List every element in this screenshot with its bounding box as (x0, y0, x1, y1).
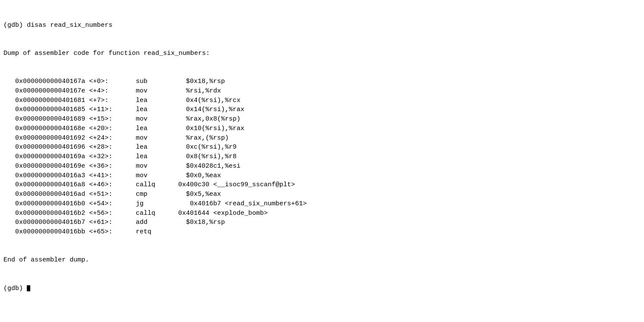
instr-mnemonic: lea (136, 105, 170, 115)
dump-header-line: Dump of assembler code for function read… (3, 49, 641, 58)
instr-offset: <+11>: (89, 106, 120, 113)
instr-operands: 0x8(%rsi),%r8 (170, 153, 237, 160)
instr-addr: 0x000000000040167a (3, 78, 85, 85)
instr-offset: <+4>: (89, 87, 120, 95)
instr-offset: <+36>: (89, 163, 120, 170)
instr-offset: <+7>: (89, 97, 120, 104)
instr-mnemonic: mov (136, 86, 170, 96)
instruction-row: 0x00000000004016ad <+51>: cmp $0x5,%eax (3, 190, 641, 199)
instr-addr: 0x00000000004016ad (3, 191, 85, 198)
instr-addr: 0x0000000000401689 (3, 115, 85, 123)
instr-operands: 0xc(%rsi),%r9 (170, 143, 237, 151)
instruction-row: 0x00000000004016b7 <+61>: add $0x18,%rsp (3, 218, 641, 227)
instr-operands: 0x400c30 <__isoc99_sscanf@plt> (170, 181, 295, 188)
instr-mnemonic: lea (136, 124, 170, 134)
instr-addr: 0x0000000000401685 (3, 106, 85, 113)
instr-offset: <+0>: (89, 78, 120, 85)
instr-offset: <+61>: (89, 219, 120, 226)
instr-mnemonic: callq (136, 180, 170, 190)
instr-offset: <+54>: (89, 200, 120, 207)
instr-operands: 0x10(%rsi),%rax (170, 125, 244, 132)
instr-operands (170, 228, 182, 236)
instr-offset: <+20>: (89, 125, 120, 132)
instr-offset: <+24>: (89, 134, 120, 142)
instr-mnemonic: cmp (136, 190, 170, 199)
instr-addr: 0x00000000004016b0 (3, 200, 85, 207)
gdb-prompt-bottom-line: (gdb) (3, 284, 641, 293)
instr-mnemonic: sub (136, 77, 170, 86)
instruction-row: 0x00000000004016a8 <+46>: callq 0x400c30… (3, 180, 641, 190)
instr-mnemonic: retq (136, 227, 170, 237)
instr-offset: <+15>: (89, 115, 120, 123)
instr-offset: <+46>: (89, 181, 120, 188)
instr-offset: <+56>: (89, 210, 120, 217)
instr-operands: %rax,0x8(%rsp) (170, 115, 240, 123)
instr-addr: 0x00000000004016a8 (3, 181, 85, 188)
instr-operands: 0x14(%rsi),%rax (170, 106, 244, 113)
instr-operands: $0x4028c1,%esi (170, 163, 240, 170)
instr-operands: %rsi,%rdx (170, 87, 221, 95)
instr-addr: 0x000000000040169e (3, 163, 85, 170)
instruction-row: 0x00000000004016b0 <+54>: jg 0x4016b7 <r… (3, 199, 641, 209)
instr-mnemonic: callq (136, 209, 170, 218)
instr-addr: 0x000000000040169a (3, 153, 85, 160)
instr-mnemonic: lea (136, 152, 170, 162)
instr-offset: <+65>: (89, 228, 120, 236)
instruction-row: 0x000000000040167e <+4>: mov %rsi,%rdx (3, 86, 641, 96)
instruction-row: 0x000000000040169e <+36>: mov $0x4028c1,… (3, 162, 641, 171)
footer-text: End of assembler dump. (3, 256, 89, 264)
instr-offset: <+41>: (89, 172, 120, 179)
instr-mnemonic: mov (136, 115, 170, 124)
instr-operands: $0x18,%rsp (170, 78, 225, 85)
instruction-row: 0x0000000000401681 <+7>: lea 0x4(%rsi),%… (3, 96, 641, 105)
footer-line: End of assembler dump. (3, 255, 641, 265)
cursor (27, 285, 30, 291)
instr-offset: <+51>: (89, 191, 120, 198)
instruction-row: 0x0000000000401685 <+11>: lea 0x14(%rsi)… (3, 105, 641, 115)
instr-mnemonic: lea (136, 96, 170, 105)
instr-offset: <+32>: (89, 153, 120, 160)
instruction-row: 0x0000000000401692 <+24>: mov %rax,(%rsp… (3, 134, 641, 143)
terminal-output: (gdb) disas read_six_numbers Dump of ass… (3, 2, 641, 303)
instr-addr: 0x000000000040168e (3, 125, 85, 132)
instr-addr: 0x0000000000401696 (3, 143, 85, 151)
instr-mnemonic: jg (136, 199, 170, 209)
gdb-prompt-top: (gdb) disas read_six_numbers (3, 22, 112, 29)
instruction-row: 0x0000000000401696 <+28>: lea 0xc(%rsi),… (3, 143, 641, 152)
instr-operands: 0x4(%rsi),%rcx (170, 97, 240, 104)
instruction-row: 0x000000000040169a <+32>: lea 0x8(%rsi),… (3, 152, 641, 162)
instr-operands: $0x0,%eax (170, 172, 221, 179)
instr-addr: 0x000000000040167e (3, 87, 85, 95)
instruction-row: 0x00000000004016b2 <+56>: callq 0x401644… (3, 209, 641, 218)
instr-mnemonic: add (136, 218, 170, 227)
instr-offset: <+28>: (89, 143, 120, 151)
instr-operands: 0x401644 <explode_bomb> (170, 210, 268, 217)
instr-operands: 0x4016b7 <read_six_numbers+61> (170, 200, 307, 207)
instructions-list: 0x000000000040167a <+0>: sub $0x18,%rsp … (3, 77, 641, 237)
dump-header: Dump of assembler code for function read… (3, 50, 210, 57)
instr-addr: 0x00000000004016a3 (3, 172, 85, 179)
instruction-row: 0x000000000040168e <+20>: lea 0x10(%rsi)… (3, 124, 641, 134)
instr-mnemonic: lea (136, 143, 170, 152)
instr-addr: 0x0000000000401681 (3, 97, 85, 104)
instr-mnemonic: mov (136, 162, 170, 171)
instr-addr: 0x0000000000401692 (3, 134, 85, 142)
instruction-row: 0x000000000040167a <+0>: sub $0x18,%rsp (3, 77, 641, 86)
instr-operands: $0x5,%eax (170, 191, 221, 198)
instr-mnemonic: mov (136, 134, 170, 143)
instr-operands: $0x18,%rsp (170, 219, 225, 226)
instr-operands: %rax,(%rsp) (170, 134, 229, 142)
gdb-prompt-bottom: (gdb) (3, 285, 30, 292)
instr-addr: 0x00000000004016b2 (3, 210, 85, 217)
instr-mnemonic: mov (136, 171, 170, 181)
instruction-row: 0x00000000004016bb <+65>: retq (3, 227, 641, 237)
instr-addr: 0x00000000004016bb (3, 228, 85, 236)
instruction-row: 0x0000000000401689 <+15>: mov %rax,0x8(%… (3, 115, 641, 124)
instruction-row: 0x00000000004016a3 <+41>: mov $0x0,%eax (3, 171, 641, 181)
gdb-command-line: (gdb) disas read_six_numbers (3, 21, 641, 30)
instr-addr: 0x00000000004016b7 (3, 219, 85, 226)
